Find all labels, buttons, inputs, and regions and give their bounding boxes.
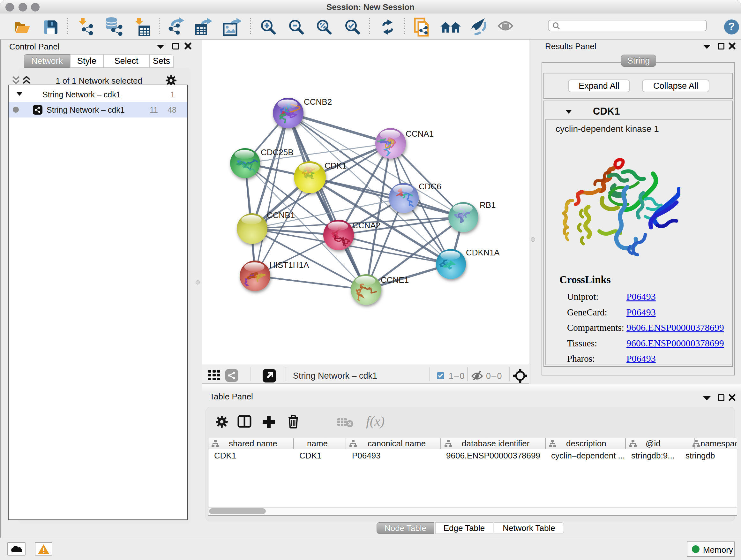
svg-text:canonical name: canonical name [367, 439, 426, 448]
svg-text:HIST1H1A: HIST1H1A [269, 260, 309, 270]
svg-text:CCNB2: CCNB2 [304, 97, 332, 107]
svg-text:CDC25B: CDC25B [261, 147, 293, 157]
svg-text:description: description [566, 439, 606, 448]
svg-text:CCNA1: CCNA1 [406, 129, 434, 138]
svg-text:CDC6: CDC6 [419, 182, 441, 191]
svg-text:namespac: namespac [700, 439, 737, 448]
svg-text:shared name: shared name [229, 439, 277, 448]
svg-text:RB1: RB1 [480, 200, 496, 210]
svg-text:name: name [307, 439, 328, 448]
svg-text:@id: @id [646, 439, 661, 448]
svg-text:CDKN1A: CDKN1A [466, 248, 500, 257]
svg-text:database identifier: database identifier [462, 439, 530, 448]
svg-text:CCNE1: CCNE1 [381, 275, 409, 285]
svg-text:CCNA2: CCNA2 [352, 221, 381, 230]
svg-text:CDK1: CDK1 [325, 161, 347, 171]
svg-text:CCNB1: CCNB1 [267, 210, 295, 220]
